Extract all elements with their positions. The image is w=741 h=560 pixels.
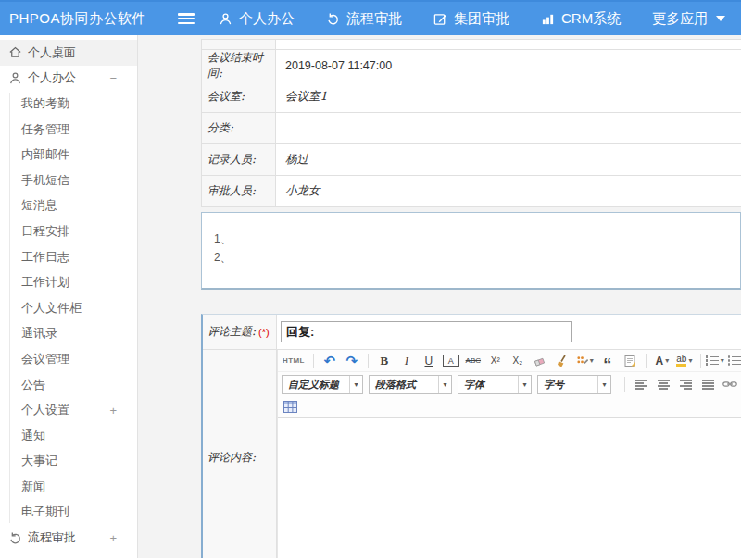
- source-code-button[interactable]: HTML: [282, 352, 306, 370]
- required-mark: (*): [258, 327, 270, 338]
- table-row-meeting-room: 会议室: 会议室1: [201, 81, 741, 113]
- insert-table-icon[interactable]: [282, 398, 298, 417]
- caret-down-icon: ▾: [518, 376, 531, 393]
- comment-subject-input[interactable]: [281, 321, 572, 342]
- paragraph-format-select[interactable]: 段落格式 ▾: [369, 375, 452, 394]
- expand-icon[interactable]: +: [109, 531, 117, 545]
- sidebar-item-work-log[interactable]: 工作日志: [0, 244, 137, 270]
- justify-icon[interactable]: [699, 375, 716, 393]
- underline-icon[interactable]: U: [421, 352, 437, 370]
- font-size-select[interactable]: 字号 ▾: [537, 375, 611, 394]
- caret-down-icon: [716, 16, 725, 21]
- main-nav: 个人办公 流程审批 集团审批 CRM系统 更多应用: [219, 10, 725, 28]
- highlight-color-icon[interactable]: ab ▾: [676, 352, 693, 370]
- app-title: PHPOA协同办公软件: [0, 10, 167, 28]
- sidebar-item-internal-mail[interactable]: 内部邮件: [0, 142, 137, 168]
- sidebar-item-work-plan[interactable]: 工作计划: [0, 269, 137, 295]
- align-center-icon[interactable]: [655, 375, 672, 393]
- user-icon: [8, 71, 22, 85]
- sidebar-item-short-message[interactable]: 短消息: [0, 193, 137, 219]
- caret-down-icon: ▾: [349, 376, 362, 393]
- font-color-icon[interactable]: A ▾: [654, 352, 671, 370]
- caret-down-icon: ▾: [665, 356, 669, 365]
- sidebar-item-task-management[interactable]: 任务管理: [0, 117, 137, 143]
- editor-content-area[interactable]: [278, 418, 741, 558]
- unordered-list-icon[interactable]: ▾: [731, 352, 741, 370]
- nav-crm[interactable]: CRM系统: [541, 10, 621, 28]
- align-right-icon[interactable]: [677, 375, 694, 393]
- sidebar-item-sms[interactable]: 手机短信: [0, 168, 137, 193]
- home-icon: [8, 45, 22, 59]
- sidebar-item-personal-settings[interactable]: 个人设置 +: [0, 397, 137, 423]
- undo-icon[interactable]: ↶: [321, 352, 338, 370]
- row-label: 记录人员:: [202, 144, 276, 175]
- row-label: 分类:: [202, 113, 276, 143]
- meeting-notes-box: 1、 2、: [201, 212, 741, 290]
- row-label: 会议室:: [202, 81, 276, 112]
- sidebar-item-notification[interactable]: 通知: [0, 423, 137, 449]
- row-value: 小龙女: [276, 176, 741, 206]
- font-border-icon[interactable]: A: [443, 355, 459, 367]
- top-bar: PHPOA协同办公软件 个人办公 流程审批 集团审批 CRM系统: [0, 0, 741, 35]
- bold-icon[interactable]: B: [376, 352, 393, 370]
- row-value: 2019-08-07 11:47:00: [276, 50, 741, 81]
- table-row-approver: 审批人员: 小龙女: [201, 176, 741, 207]
- comment-form-table: 评论主题: (*) 评论内容: HTML ↶: [201, 314, 741, 558]
- collapse-icon[interactable]: −: [109, 71, 117, 85]
- bar-chart-icon: [541, 12, 555, 26]
- editor-toolbar-row1: HTML ↶ ↷ B I U A ABC X² X₂: [278, 350, 741, 372]
- editor-toolbar-row2: 自定义标题 ▾ 段落格式 ▾ 字体 ▾: [278, 372, 741, 396]
- sidebar-item-file-cabinet[interactable]: 个人文件柜: [0, 295, 137, 321]
- strikethrough-icon[interactable]: ABC: [465, 352, 482, 370]
- align-left-icon[interactable]: [633, 375, 649, 393]
- row-value: [276, 113, 741, 143]
- sidebar-item-meeting-management[interactable]: 会议管理: [0, 346, 137, 372]
- font-family-select[interactable]: 字体 ▾: [458, 375, 532, 394]
- expand-icon[interactable]: +: [109, 404, 117, 417]
- sidebar-item-news[interactable]: 新闻: [0, 474, 137, 500]
- process-icon: [8, 531, 22, 545]
- sidebar-item-e-journal[interactable]: 电子期刊: [0, 500, 137, 526]
- caret-down-icon: ▾: [688, 356, 692, 365]
- caret-down-icon: ▾: [721, 356, 724, 365]
- comment-content-label: 评论内容:: [203, 350, 277, 558]
- link-icon[interactable]: [722, 375, 738, 393]
- row-value: 会议室1: [276, 81, 741, 112]
- group-approval-icon: [433, 12, 447, 26]
- sidebar-item-process-approval[interactable]: 流程审批 +: [0, 525, 137, 551]
- format-painter-icon[interactable]: ▾: [576, 352, 594, 370]
- paste-as-text-icon[interactable]: [622, 352, 638, 370]
- italic-icon[interactable]: I: [398, 352, 415, 370]
- truncated-row: [201, 39, 741, 50]
- comment-subject-row: 评论主题: (*): [203, 315, 741, 350]
- caret-down-icon: ▾: [590, 356, 594, 365]
- hamburger-menu-icon[interactable]: [178, 13, 195, 24]
- redo-icon[interactable]: ↷: [344, 352, 360, 370]
- meeting-info-table: 会议结束时间: 2019-08-07 11:47:00 会议室: 会议室1 分类…: [201, 50, 741, 207]
- clear-format-icon[interactable]: [554, 352, 571, 370]
- user-icon: [219, 12, 232, 26]
- comment-content-row: 评论内容: HTML ↶ ↷ B I U A: [203, 350, 741, 558]
- blockquote-icon[interactable]: “: [599, 352, 616, 370]
- table-row-end-time: 会议结束时间: 2019-08-07 11:47:00: [201, 50, 741, 81]
- nav-process-approval[interactable]: 流程审批: [326, 10, 402, 28]
- ordered-list-icon[interactable]: ▾: [709, 352, 725, 370]
- personal-office-submenu: 我的考勤 任务管理 内部邮件 手机短信 短消息 日程安排 工作日志 工作计划 个…: [0, 91, 137, 525]
- eraser-icon[interactable]: [532, 352, 548, 370]
- sidebar-item-personal-office[interactable]: 个人办公 −: [0, 66, 137, 92]
- nav-personal-office[interactable]: 个人办公: [219, 10, 295, 28]
- subscript-icon[interactable]: X₂: [509, 352, 526, 370]
- row-label: 审批人员:: [202, 176, 276, 206]
- heading-select[interactable]: 自定义标题 ▾: [282, 375, 363, 394]
- row-value: 杨过: [276, 144, 741, 175]
- nav-more-apps[interactable]: 更多应用: [652, 10, 725, 28]
- sidebar-item-announcement[interactable]: 公告: [0, 372, 137, 398]
- sidebar-item-memorabilia[interactable]: 大事记: [0, 449, 137, 475]
- sidebar-item-attendance[interactable]: 我的考勤: [0, 91, 137, 117]
- sidebar-item-contacts[interactable]: 通讯录: [0, 321, 137, 347]
- sidebar: 个人桌面 个人办公 − 我的考勤 任务管理 内部邮件 手机短信 短消息 日程安排…: [0, 35, 138, 558]
- superscript-icon[interactable]: X²: [487, 352, 504, 370]
- nav-group-approval[interactable]: 集团审批: [433, 10, 509, 28]
- sidebar-item-personal-desktop[interactable]: 个人桌面: [0, 40, 137, 66]
- sidebar-item-schedule[interactable]: 日程安排: [0, 218, 137, 244]
